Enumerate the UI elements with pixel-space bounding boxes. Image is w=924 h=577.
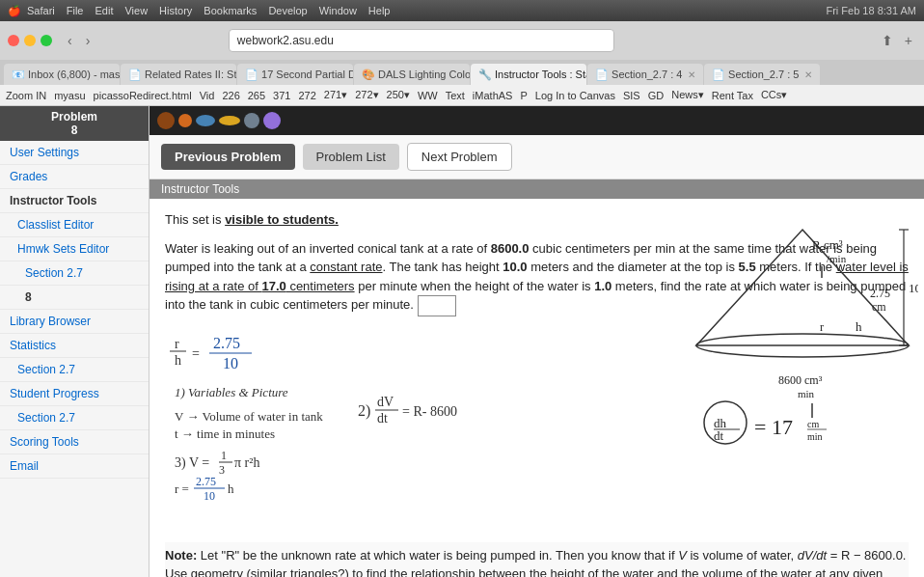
planet-icon-6 [263, 112, 281, 129]
minimize-button[interactable] [24, 35, 36, 46]
bookmark-226[interactable]: 226 [222, 90, 239, 101]
bookmark-p[interactable]: P [520, 90, 527, 101]
tab-section-5[interactable]: 📄 Section_2.7 : 5 ✕ [704, 64, 820, 85]
bookmark-271[interactable]: 271▾ [324, 89, 347, 101]
sidebar-item-user-settings[interactable]: User Settings [0, 141, 149, 165]
sidebar-item-email[interactable]: Email [0, 454, 149, 479]
menu-help[interactable]: Help [368, 5, 391, 16]
svg-text:3) V =: 3) V = [175, 455, 209, 471]
sidebar-item-classlist[interactable]: Classlist Editor [0, 213, 149, 237]
bookmark-250[interactable]: 250▾ [387, 89, 410, 101]
new-tab-button[interactable]: + [901, 31, 916, 50]
tab-instructor-label: 🔧 Instructor Tools : Sta... [478, 69, 586, 81]
tabs-bar: 📧 Inbox (6,800) - mash... ✕ 📄 Related Ra… [0, 60, 924, 85]
close-button[interactable] [8, 35, 19, 46]
sidebar-item-section-27b[interactable]: Section 2.7 [0, 358, 149, 382]
share-button[interactable]: ⬆ [878, 31, 897, 50]
apple-menu[interactable]: 🍎 [8, 5, 21, 17]
bookmark-ww[interactable]: WW [418, 90, 438, 101]
menu-safari[interactable]: Safari [27, 5, 55, 16]
bookmark-sis[interactable]: SIS [623, 90, 640, 101]
sidebar-item-grades[interactable]: Grades [0, 165, 149, 189]
content-area: Previous Problem Problem List Next Probl… [149, 106, 924, 577]
tab-section-5-label: 📄 Section_2.7 : 5 [712, 69, 799, 81]
bookmark-myasu[interactable]: myasu [54, 90, 85, 101]
title-bar: 🍎 Safari File Edit View History Bookmark… [0, 0, 924, 21]
back-button[interactable]: ‹ [64, 31, 76, 50]
svg-text:dV: dV [377, 395, 394, 409]
bookmark-zoom[interactable]: Zoom IN [6, 90, 46, 101]
tab-close-icon[interactable]: ✕ [688, 69, 695, 80]
bookmark-news[interactable]: News▾ [671, 89, 704, 101]
tab-dals[interactable]: 🎨 DALS Lighting Color... ✕ [354, 64, 470, 85]
address-bar[interactable]: webwork2.asu.edu [229, 29, 614, 52]
menu-file[interactable]: File [67, 5, 84, 16]
handwritten-math: r h = 2.75 10 1) Variables & Picture V →… [165, 324, 909, 533]
tab-partial[interactable]: 📄 17 Second Partial De... ✕ [237, 64, 353, 85]
svg-text:10: 10 [204, 489, 215, 503]
tab-related-rates[interactable]: 📄 Related Rates II: Sta... ✕ [121, 64, 236, 85]
planet-icon-1 [157, 112, 175, 129]
svg-text:dt: dt [377, 411, 388, 426]
tab-section-4[interactable]: 📄 Section_2.7 : 4 ✕ [587, 64, 703, 85]
sidebar-item-8[interactable]: 8 [0, 286, 149, 310]
bookmark-265[interactable]: 265 [248, 90, 265, 101]
planet-icon-2 [178, 114, 192, 127]
bookmarks-bar: Zoom IN myasu picassoRedirect.html Vid 2… [0, 85, 924, 106]
bookmark-ccs[interactable]: CCs▾ [761, 89, 787, 101]
sidebar-item-library[interactable]: Library Browser [0, 310, 149, 334]
bookmark-picasso[interactable]: picassoRedirect.html [94, 90, 192, 101]
problem-paragraph: Water is leaking out of an inverted coni… [165, 239, 909, 317]
svg-text:3: 3 [219, 463, 225, 477]
tab-close-icon[interactable]: ✕ [804, 69, 812, 80]
problem-list-button[interactable]: Problem List [303, 144, 399, 170]
sidebar-header: Problem8 [0, 106, 149, 141]
menu-history[interactable]: History [159, 5, 192, 16]
instructor-tools-label: Instructor Tools [161, 182, 239, 196]
menu-edit[interactable]: Edit [95, 5, 113, 16]
svg-text:2.75: 2.75 [196, 475, 216, 488]
sidebar-item-instructor-tools[interactable]: Instructor Tools [0, 189, 149, 213]
svg-text:t → time in minutes: t → time in minutes [175, 426, 275, 441]
menu-view[interactable]: View [124, 5, 148, 16]
main-layout: Problem8 User Settings Grades Instructor… [0, 106, 924, 577]
tab-inbox-label: 📧 Inbox (6,800) - mash... [12, 69, 120, 81]
bookmark-imathAS[interactable]: iMathAS [473, 90, 513, 101]
sidebar-item-section-27c[interactable]: Section 2.7 [0, 406, 149, 430]
sidebar-item-hmwk[interactable]: Hmwk Sets Editor [0, 237, 149, 261]
bookmark-canvas[interactable]: Log In to Canvas [535, 90, 615, 101]
svg-text:10: 10 [223, 355, 238, 371]
menu-bookmarks[interactable]: Bookmarks [204, 5, 257, 16]
bookmark-272b[interactable]: 272▾ [355, 89, 378, 101]
svg-text:h: h [228, 481, 234, 496]
sidebar-item-section-27a[interactable]: Section 2.7 [0, 261, 149, 286]
maximize-button[interactable] [41, 35, 52, 46]
problem-nav: Previous Problem Problem List Next Probl… [149, 135, 924, 179]
menu-develop[interactable]: Develop [268, 5, 307, 16]
svg-text:= R- 8600: = R- 8600 [402, 404, 457, 419]
sidebar-item-student-progress[interactable]: Student Progress [0, 382, 149, 406]
problem-statement: Water is leaking out of an inverted coni… [165, 239, 909, 533]
svg-text:V → Volume of water in tank: V → Volume of water in tank [175, 409, 323, 424]
window-controls [8, 35, 52, 46]
bookmark-rent[interactable]: Rent Tax [712, 90, 753, 101]
forward-button[interactable]: › [82, 31, 95, 50]
tab-section-4-label: 📄 Section_2.7 : 4 [595, 69, 682, 81]
sidebar-item-statistics[interactable]: Statistics [0, 334, 149, 358]
bookmark-gd[interactable]: GD [648, 90, 665, 101]
tab-dals-label: 🎨 DALS Lighting Color... [362, 69, 470, 81]
answer-input[interactable] [418, 295, 456, 316]
next-problem-button[interactable]: Next Problem [407, 143, 512, 171]
bookmark-272[interactable]: 272 [298, 90, 315, 101]
note-box: Note: Let "R" be the unknown rate at whi… [165, 542, 909, 578]
tab-inbox[interactable]: 📧 Inbox (6,800) - mash... ✕ [4, 64, 120, 85]
sidebar-item-scoring[interactable]: Scoring Tools [0, 430, 149, 454]
bookmark-text[interactable]: Text [446, 90, 465, 101]
bookmark-vid[interactable]: Vid [200, 90, 215, 101]
bookmark-371[interactable]: 371 [273, 90, 290, 101]
svg-text:1: 1 [221, 449, 227, 462]
visible-notice: This set is visible to students. [165, 210, 909, 230]
tab-instructor[interactable]: 🔧 Instructor Tools : Sta... ✕ [471, 64, 586, 85]
prev-problem-button[interactable]: Previous Problem [161, 144, 295, 170]
menu-window[interactable]: Window [319, 5, 357, 16]
